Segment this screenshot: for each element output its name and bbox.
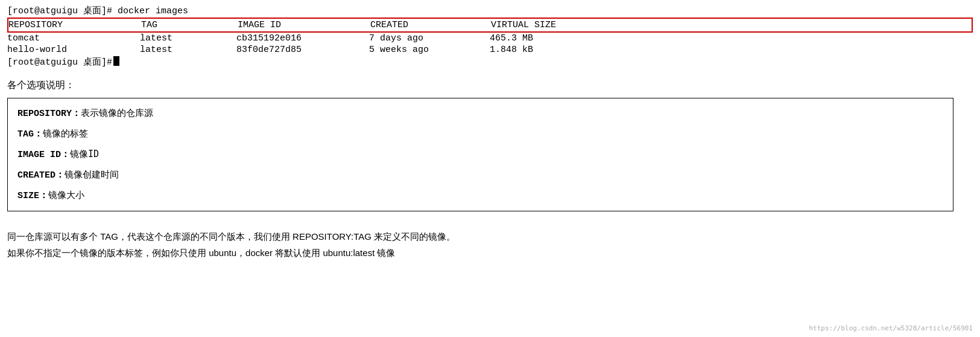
terminal-table: REPOSITORY TAG IMAGE ID CREATED VIRTUAL … [7,18,973,68]
watermark: https://blog.csdn.net/w5328/article/5690… [809,324,973,332]
def-key-tag: TAG： [17,129,43,140]
col-header-size: VIRTUAL SIZE [491,20,612,30]
definition-box: REPOSITORY：表示镜像的仓库源 TAG：镜像的标签 IMAGE ID：镜… [7,98,953,211]
cell-imageid-0: cb315192e016 [236,33,369,43]
definition-item-size: SIZE：镜像大小 [17,188,943,204]
partial-prompt: [root@atguigu 桌面]# [7,56,112,68]
def-value-created: 镜像创建时间 [65,169,119,180]
cell-size-0: 465.3 MB [490,33,610,43]
def-key-created: CREATED： [17,170,65,181]
col-header-created: CREATED [370,20,491,30]
cell-repository-1: hello-world [7,45,140,55]
cell-tag-0: latest [140,33,236,43]
terminal-header-row: REPOSITORY TAG IMAGE ID CREATED VIRTUAL … [7,18,973,33]
cell-imageid-1: 83f0de727d85 [236,45,369,55]
footer-line-1: 同一仓库源可以有多个 TAG，代表这个仓库源的不同个版本，我们使用 REPOSI… [7,228,973,245]
section-title: 各个选项说明： [7,79,973,92]
table-row: tomcat latest cb315192e016 7 days ago 46… [7,33,973,44]
cell-tag-1: latest [140,45,236,55]
definition-item-tag: TAG：镜像的标签 [17,126,943,142]
col-header-imageid: IMAGE ID [238,20,370,30]
def-key-imageid: IMAGE ID： [17,150,70,160]
cell-size-1: 1.848 kB [490,45,610,55]
description-section: 各个选项说明： REPOSITORY：表示镜像的仓库源 TAG：镜像的标签 IM… [7,79,973,220]
col-header-tag: TAG [141,20,238,30]
def-key-size: SIZE： [17,191,48,201]
definition-item-imageid: IMAGE ID：镜像ID [17,147,943,162]
terminal-partial-row: [root@atguigu 桌面]# [7,56,973,68]
def-value-imageid: 镜像ID [70,149,99,159]
def-value-size: 镜像大小 [48,190,84,201]
terminal-section: [root@atguigu 桌面]# docker images REPOSIT… [7,5,973,68]
col-header-repository: REPOSITORY [8,20,141,30]
footer-line-2: 如果你不指定一个镜像的版本标签，例如你只使用 ubuntu，docker 将默认… [7,245,973,261]
cell-repository-0: tomcat [7,33,140,43]
definition-item-repository: REPOSITORY：表示镜像的仓库源 [17,106,943,121]
terminal-prompt: [root@atguigu 桌面]# docker images [7,5,973,16]
def-key-repository: REPOSITORY： [17,109,81,119]
definition-item-created: CREATED：镜像创建时间 [17,167,943,183]
footer-section: 同一仓库源可以有多个 TAG，代表这个仓库源的不同个版本，我们使用 REPOSI… [7,228,973,261]
cursor-block [113,56,119,66]
def-value-repository: 表示镜像的仓库源 [81,108,153,118]
cell-created-0: 7 days ago [369,33,490,43]
def-value-tag: 镜像的标签 [43,128,88,139]
cell-created-1: 5 weeks ago [369,45,490,55]
table-row: hello-world latest 83f0de727d85 5 weeks … [7,44,973,56]
